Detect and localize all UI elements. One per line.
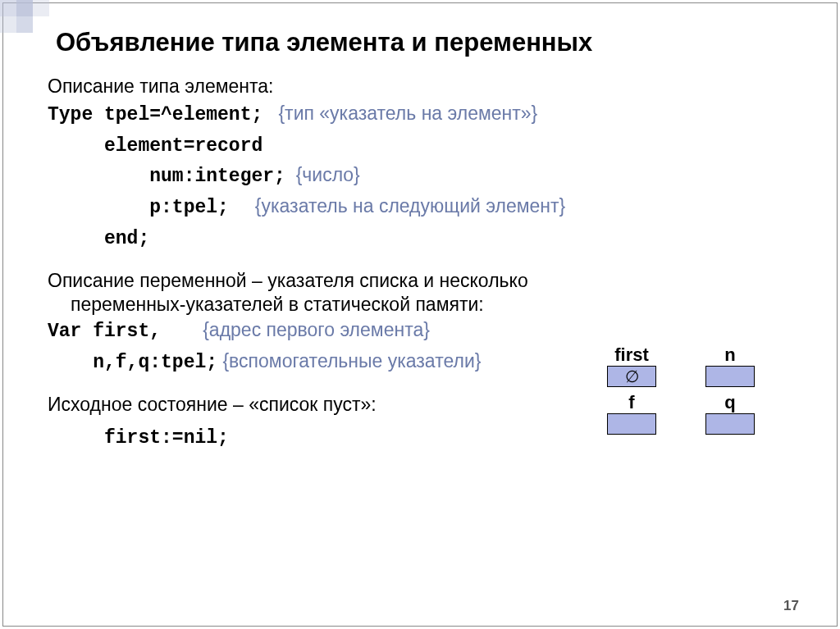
diagram-box-q — [705, 413, 755, 435]
slide-content: Объявление типа элемента и переменных Оп… — [0, 0, 840, 629]
code-text: n,f,q:tpel; — [48, 352, 217, 373]
code-comment: {указатель на следующий элемент} — [255, 195, 565, 217]
section2-line2: переменных-указателей в статической памя… — [71, 294, 792, 316]
code-comment: {тип «указатель на элемент»} — [278, 103, 537, 124]
code-text: p:tpel; — [48, 197, 229, 218]
page-number: 17 — [783, 598, 799, 614]
code-line-2: element=record — [48, 130, 792, 162]
code-line-1: Type tpel=^element; {тип «указатель на э… — [48, 99, 792, 130]
code-text: Var first, — [48, 321, 161, 342]
diagram-label-q: q — [705, 392, 755, 413]
nil-symbol: ∅ — [625, 367, 639, 386]
pointer-diagram: first n ∅ f q — [607, 344, 820, 438]
diagram-label-n: n — [705, 344, 755, 366]
code-line-5: end; — [48, 223, 792, 254]
code-line-3: num:integer; {число} — [48, 161, 792, 192]
code-comment: {вспомогательные указатели} — [222, 350, 481, 371]
diagram-box-n — [705, 366, 755, 387]
code-text: num:integer; — [48, 166, 285, 187]
code-text: Type tpel=^element; — [48, 104, 262, 125]
code-text: end; — [48, 228, 149, 249]
slide-title: Объявление типа элемента и переменных — [56, 28, 792, 57]
code-text: element=record — [48, 135, 262, 157]
section1-heading: Описание типа элемента: — [48, 75, 792, 98]
diagram-label-first: first — [607, 344, 656, 366]
code-comment: {адрес первого элемента} — [203, 319, 430, 340]
diagram-box-f — [607, 413, 656, 435]
diagram-label-f: f — [607, 392, 656, 413]
diagram-box-first: ∅ — [607, 366, 656, 387]
code-comment: {число} — [296, 164, 360, 185]
section2-line1: Описание переменной – указателя списка и… — [48, 270, 792, 292]
code-text: first:=nil; — [48, 427, 229, 449]
var-line-1: Var first, {адрес первого элемента} — [48, 316, 792, 347]
code-line-4: p:tpel; {указатель на следующий элемент} — [48, 192, 792, 223]
